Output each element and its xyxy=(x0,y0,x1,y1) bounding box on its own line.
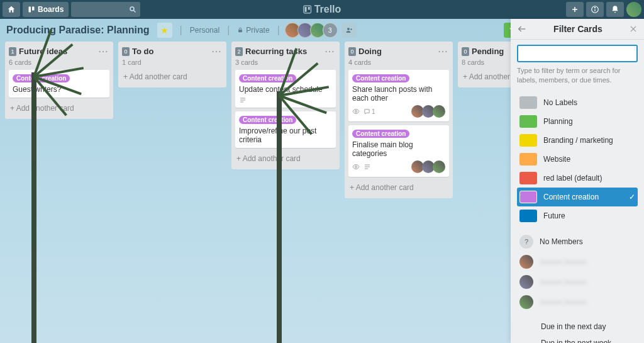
filter-due-row[interactable]: Due in the next day xyxy=(517,318,638,335)
svg-rect-12 xyxy=(238,30,242,32)
filter-panel: Filter Cards Type to filter by term or s… xyxy=(511,19,644,343)
panel-back-button[interactable] xyxy=(517,24,527,34)
svg-point-2 xyxy=(130,7,134,11)
list-name[interactable]: Doing xyxy=(358,47,434,56)
label-name: red label (default) xyxy=(543,174,602,183)
member-avatar xyxy=(519,295,533,309)
list-filter-badge: 0 xyxy=(122,47,130,56)
palm-tree-decoration xyxy=(31,72,36,343)
close-icon xyxy=(629,25,638,33)
svg-line-3 xyxy=(134,11,136,13)
list-filter-badge: 0 xyxy=(348,47,356,56)
filter-member-row[interactable]: ——— ——— xyxy=(517,252,638,272)
question-icon: ? xyxy=(519,235,533,249)
card[interactable]: Content creationFinalise main blog categ… xyxy=(348,125,449,177)
card-member-avatar[interactable] xyxy=(433,160,445,173)
search-icon xyxy=(129,6,136,13)
svg-rect-5 xyxy=(305,7,307,12)
member-name: ——— ——— xyxy=(540,257,587,266)
list-menu-button[interactable]: ⋯ xyxy=(210,45,223,57)
label-swatch xyxy=(519,134,537,147)
svg-point-13 xyxy=(347,28,350,30)
label-swatch xyxy=(519,172,537,184)
add-card-button[interactable]: + Add another card xyxy=(122,70,223,84)
label-name: No Labels xyxy=(543,98,577,107)
member-name: ——— ——— xyxy=(540,278,587,286)
list-filter-badge: 1 xyxy=(9,47,16,56)
invite-button[interactable] xyxy=(341,23,357,38)
list-name[interactable]: To do xyxy=(132,47,208,56)
board-members: 3 xyxy=(287,23,357,38)
card-label: Content creation xyxy=(352,74,409,82)
board-title[interactable]: Producing Paradise: Planning xyxy=(6,25,150,36)
create-button[interactable] xyxy=(566,2,584,17)
label-swatch xyxy=(519,153,537,166)
lock-icon xyxy=(237,27,243,33)
label-name: Future xyxy=(543,211,565,220)
list-card-count: 4 cards xyxy=(348,59,449,66)
eye-icon xyxy=(352,108,360,115)
filter-member-row[interactable]: ——— ——— xyxy=(517,272,638,292)
panel-close-button[interactable] xyxy=(629,25,638,33)
info-button[interactable] xyxy=(586,2,604,17)
svg-rect-4 xyxy=(304,6,311,13)
filter-label-row[interactable]: Planning xyxy=(517,112,638,131)
add-card-button[interactable]: + Add another card xyxy=(348,181,449,194)
list-menu-button[interactable]: ⋯ xyxy=(97,45,109,57)
list-name[interactable]: Future ideas xyxy=(19,47,94,56)
filter-label-row[interactable]: Branding / marketing xyxy=(517,131,638,150)
list-name[interactable]: Recurring tasks xyxy=(245,47,321,56)
label-swatch xyxy=(519,210,537,222)
list-card-count: 6 cards xyxy=(9,59,109,66)
filter-label-row[interactable]: red label (default) xyxy=(517,169,638,188)
list-card-count: 3 cards xyxy=(235,59,336,66)
card-title: Finalise main blog categories xyxy=(352,140,413,158)
list-menu-button[interactable]: ⋯ xyxy=(323,45,336,57)
list-card-count: 1 card xyxy=(122,59,223,66)
label-swatch xyxy=(519,115,537,128)
star-button[interactable] xyxy=(157,23,172,38)
filter-label-row[interactable]: Future xyxy=(517,206,638,225)
filter-label-row[interactable]: Website xyxy=(517,150,638,169)
filter-no-members[interactable]: ? No Members xyxy=(517,232,638,252)
filter-input[interactable] xyxy=(517,45,638,62)
filter-due-row[interactable]: Due in the next week xyxy=(517,335,638,343)
team-name[interactable]: Personal xyxy=(190,26,219,35)
visibility[interactable]: Private xyxy=(237,26,269,35)
member-avatar xyxy=(519,275,533,289)
notifications-button[interactable] xyxy=(606,2,624,17)
member-overflow[interactable]: 3 xyxy=(323,23,338,38)
card-member-avatar[interactable] xyxy=(433,105,445,118)
svg-rect-6 xyxy=(308,7,310,10)
top-navbar: Boards Trello xyxy=(0,0,644,19)
list-filter-badge: 2 xyxy=(235,47,243,56)
bell-icon xyxy=(611,5,619,14)
label-name: Content creation xyxy=(543,193,599,201)
card-label: Content creation xyxy=(352,130,409,138)
svg-point-11 xyxy=(594,8,595,8)
arrow-left-icon xyxy=(517,24,527,34)
global-search[interactable] xyxy=(71,2,140,17)
label-name: Planning xyxy=(543,117,573,126)
svg-point-23 xyxy=(355,111,357,113)
trello-logo[interactable]: Trello xyxy=(303,4,341,15)
boards-button[interactable]: Boards xyxy=(23,2,69,17)
filter-label-row[interactable]: Content creation✓ xyxy=(517,188,638,206)
list-menu-button[interactable]: ⋯ xyxy=(436,45,449,57)
svg-rect-0 xyxy=(29,7,31,13)
card-title: Share launch posts with each other xyxy=(352,85,432,103)
filter-label-row[interactable]: No Labels xyxy=(517,93,638,112)
label-swatch xyxy=(519,96,537,109)
card[interactable]: Content creationShare launch posts with … xyxy=(348,70,449,121)
boards-label: Boards xyxy=(38,5,64,14)
member-name: ——— ——— xyxy=(540,298,587,306)
panel-title: Filter Cards xyxy=(527,24,629,34)
label-name: Website xyxy=(543,155,570,164)
filter-member-row[interactable]: ——— ——— xyxy=(517,292,638,312)
list-filter-badge: 0 xyxy=(462,47,469,56)
add-user-icon xyxy=(345,26,353,34)
svg-rect-1 xyxy=(32,7,35,11)
home-button[interactable] xyxy=(3,2,20,17)
check-icon: ✓ xyxy=(629,193,635,201)
user-avatar[interactable] xyxy=(626,2,641,17)
